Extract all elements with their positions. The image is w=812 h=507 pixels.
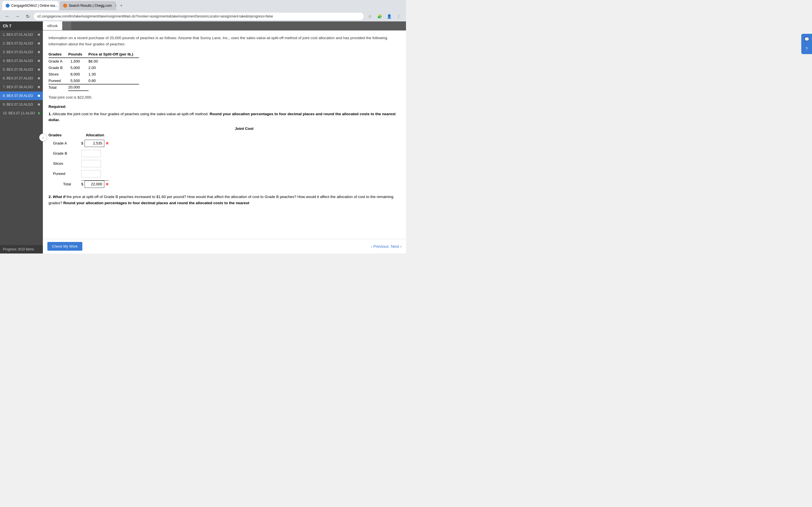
jct-col-grades: Grades	[49, 132, 77, 138]
sidebar-item-10[interactable]: 10. BEX.07.11.ALGO	[0, 109, 43, 118]
q1-text: Allocate the joint cost to the four grad…	[52, 112, 209, 116]
jct-input-cell-grade-a: $ ✕	[77, 138, 113, 149]
error-icon-total[interactable]: ✕	[105, 182, 109, 186]
table-row: Grade A 1,500 $6.00	[49, 58, 139, 64]
jct-row-grade-b: Grade B	[49, 149, 113, 159]
browser-tabs-bar: CengageNOWv2 | Online tea... ✕ Search Re…	[0, 0, 406, 11]
input-slices[interactable]	[81, 160, 101, 167]
previous-button[interactable]: ‹ Previous	[371, 244, 389, 249]
sidebar-item-4[interactable]: 4. BEX.07.04.ALGO	[0, 57, 43, 65]
forward-button[interactable]: →	[13, 12, 21, 20]
sidebar-item-label-8: 8. BEX.07.09.ALGO	[3, 94, 33, 98]
sidebar-item-dot-9	[38, 103, 40, 106]
jct-input-cell-slices	[77, 159, 113, 169]
table-row: Slices 8,000 1.30	[49, 71, 139, 77]
sidebar-item-label-2: 2. BEX.07.02.ALGO	[3, 41, 33, 45]
q1-number: 1.	[49, 112, 52, 116]
grade-a-price: $6.00	[89, 58, 139, 64]
chevron-right-icon: ›	[400, 244, 402, 249]
profile-button[interactable]: 👤	[385, 12, 393, 20]
joint-cost-text: Total joint cost is $22,000.	[49, 94, 400, 101]
error-icon-grade-a[interactable]: ✕	[105, 141, 109, 146]
table-row: Grade B 5,000 2.00	[49, 64, 139, 71]
jct-label-pureed: Pureed	[49, 169, 77, 179]
tab-favicon-cengagenow	[6, 4, 10, 8]
sidebar-item-label-10: 10. BEX.07.11.ALGO	[3, 111, 35, 115]
tab-favicon-chegg	[63, 4, 67, 8]
tab-second[interactable]	[63, 21, 72, 30]
reload-button[interactable]: ↻	[24, 12, 32, 20]
col-header-grades: Grades	[49, 51, 68, 58]
sidebar-item-1[interactable]: 1. BEX.07.01.ALGO	[0, 31, 43, 39]
slices-label: Slices	[49, 71, 68, 77]
pureed-label: Pureed	[49, 77, 68, 84]
input-total[interactable]	[85, 180, 104, 188]
chevron-left-icon: ‹	[371, 244, 372, 249]
jct-row-pureed: Pureed	[49, 169, 113, 179]
sidebar: Ch 7 1. BEX.07.01.ALGO 2. BEX.07.02.ALGO…	[0, 21, 43, 253]
sidebar-item-3[interactable]: 3. BEX.07.03.ALGO	[0, 48, 43, 57]
extensions-button[interactable]: 🧩	[375, 12, 384, 20]
input-grade-b[interactable]	[81, 150, 101, 157]
menu-button[interactable]: ⋮	[395, 12, 403, 20]
sidebar-item-label-3: 3. BEX.07.03.ALGO	[3, 50, 33, 54]
grade-b-price: 2.00	[89, 64, 139, 71]
jct-row-slices: Slices	[49, 159, 113, 169]
sidebar-item-label-5: 5. BEX.07.05.ALGO	[3, 68, 33, 71]
question-2-text: 2. What if the price at split-off of Gra…	[49, 194, 400, 206]
table-total-row: Total 20,000	[49, 84, 139, 91]
joint-cost-main-header: Joint Cost	[88, 126, 400, 131]
check-my-work-button[interactable]: Check My Work	[47, 242, 82, 251]
sidebar-item-dot-4	[38, 60, 40, 62]
total-pounds: 20,000	[68, 84, 88, 91]
input-pureed[interactable]	[81, 170, 101, 177]
tab-chegg[interactable]: Search Results | Chegg.com ✕	[60, 1, 116, 10]
tab-cengagenow[interactable]: CengageNOWv2 | Online tea... ✕	[2, 1, 59, 10]
jct-label-slices: Slices	[49, 159, 77, 169]
jct-total-row: Total $ ✕	[49, 179, 113, 189]
sidebar-item-label-9: 9. BEX.07.10.ALGO	[3, 103, 33, 107]
sidebar-item-dot-3	[38, 51, 40, 53]
new-tab-button[interactable]: +	[117, 2, 125, 10]
tab-ebook[interactable]: eBook	[43, 21, 63, 30]
jct-input-cell-grade-b	[77, 149, 113, 159]
sidebar-item-dot-2	[38, 42, 40, 45]
sidebar-item-8[interactable]: 8. BEX.07.09.ALGO	[0, 92, 43, 100]
peaches-data-table: Grades Pounds Price at Split-Off (per lb…	[49, 51, 139, 91]
next-button[interactable]: Next ›	[391, 244, 402, 249]
jct-input-cell-pureed	[77, 169, 113, 179]
sidebar-item-9[interactable]: 9. BEX.07.10.ALGO	[0, 100, 43, 109]
sidebar-item-5[interactable]: 5. BEX.07.05.ALGO	[0, 65, 43, 74]
tab-label-cengagenow: CengageNOWv2 | Online tea...	[11, 4, 58, 8]
joint-cost-table: Grades Allocation Grade A $ ✕	[49, 132, 113, 189]
sidebar-item-7[interactable]: 7. BEX.07.08.ALGO	[0, 83, 43, 92]
back-button[interactable]: ←	[3, 12, 11, 20]
sidebar-item-6[interactable]: 6. BEX.07.07.ALGO	[0, 74, 43, 83]
jct-label-grade-a: Grade A	[49, 138, 77, 149]
input-grade-a[interactable]	[85, 140, 104, 147]
sidebar-item-2[interactable]: 2. BEX.07.02.ALGO	[0, 39, 43, 48]
progress-bar: Progress: 8/10 items	[0, 245, 43, 253]
sidebar-item-label-7: 7. BEX.07.08.ALGO	[3, 85, 33, 89]
tab-close-chegg[interactable]: ✕	[115, 4, 116, 8]
content-area: eBook Information on a recent purchase o…	[43, 21, 406, 253]
q2-number: 2.	[49, 194, 52, 199]
jct-label-grade-b: Grade B	[49, 149, 77, 159]
bookmark-button[interactable]: ☆	[366, 12, 374, 20]
table-row: Pureed 5,500 0.80	[49, 77, 139, 84]
pureed-price: 0.80	[89, 77, 139, 84]
grade-b-label: Grade B	[49, 64, 68, 71]
q2-what-if: What if	[53, 194, 65, 199]
jct-col-allocation: Allocation	[77, 132, 113, 138]
sidebar-item-label-6: 6. BEX.07.07.ALGO	[3, 76, 33, 80]
sidebar-toggle-button[interactable]: ‹	[39, 133, 47, 142]
joint-cost-section: Joint Cost Grades Allocation Grade A	[49, 126, 400, 189]
progress-value: 8/10 items	[18, 247, 34, 251]
slices-pounds: 8,000	[68, 71, 88, 77]
navigation-buttons: ‹ Previous Next ›	[371, 244, 402, 249]
sidebar-item-label-4: 4. BEX.07.04.ALGO	[3, 59, 33, 63]
dollar-sign-total: $	[81, 182, 84, 186]
content-tabs: eBook	[43, 21, 406, 31]
sidebar-item-dot-6	[38, 77, 40, 79]
url-input[interactable]	[34, 13, 364, 20]
